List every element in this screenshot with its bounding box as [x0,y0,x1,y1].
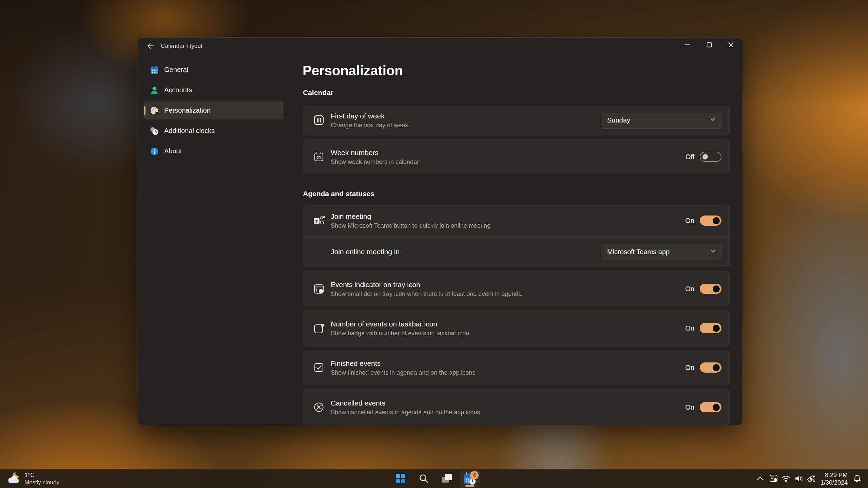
toggle-state-label: On [685,403,694,411]
calendar-app-badge: 4 [470,471,479,480]
setting-subtitle: Show small dot on tray icon when there i… [331,290,685,298]
window-title: Calendar Flyout [161,43,202,50]
setting-subtitle: Show cancelled events in agenda and on t… [331,409,685,416]
sidebar-item-about[interactable]: About [144,142,284,160]
chevron-up-icon [756,474,765,484]
dropdown-value: Microsoft Teams app [607,248,670,256]
calendar-app-button[interactable]: 4 [460,470,480,487]
chevron-down-icon [710,116,716,124]
task-view-button[interactable] [437,470,457,487]
sidebar-item-general[interactable]: General [144,61,284,79]
setting-title: Events indicator on tray icon [331,280,685,289]
teams-icon: T [312,214,325,227]
start-button[interactable] [391,470,410,487]
join-online-meeting-in-dropdown[interactable]: Microsoft Teams app [601,244,721,260]
cancelled-events-toggle[interactable] [700,402,721,412]
setting-title: Cancelled events [331,399,685,408]
moon-cloud-icon [6,471,21,487]
setting-subtitle: Show Microsoft Teams button to quickly j… [331,222,685,229]
sidebar-item-accounts[interactable]: Accounts [144,81,284,99]
setting-card-events-indicator: Events indicator on tray icon Show small… [303,271,730,306]
tray-chevron-button[interactable] [753,471,767,486]
volume-icon [794,474,804,484]
back-button[interactable] [144,40,157,52]
taskbar: 1°C Mostly cloudy 4 [0,469,868,488]
settings-page: Personalization Calendar First day of we… [303,38,730,425]
toggle-knob [713,364,720,371]
finished-events-toggle[interactable] [700,362,721,373]
clock-date: 1/30/2024 [821,479,848,486]
dropdown-value: Sunday [607,116,630,124]
sidebar-item-label: General [164,66,188,74]
notification-bell-icon [852,474,862,484]
selected-accent-bar [144,106,146,115]
search-icon [418,473,429,485]
notification-bell-button[interactable] [850,471,864,486]
sidebar-item-label: About [164,147,182,155]
back-arrow-icon [146,41,155,51]
section-label-agenda: Agenda and statuses [303,190,374,198]
settings-window: Calendar Flyout General Accounts [138,37,742,425]
tray-calendar-icon [769,473,779,485]
svg-text:21: 21 [316,155,321,160]
toggle-knob [713,404,720,411]
setting-card-first-day: First day of week Change the first day o… [303,105,730,135]
setting-title: Week numbers [331,148,686,157]
task-view-icon [441,473,453,485]
tray-network-volume-battery-button[interactable] [780,471,817,486]
week-numbers-toggle[interactable] [700,152,721,162]
clock-widget[interactable]: 8:29 PM 1/30/2024 [821,471,848,486]
weather-condition: Mostly cloudy [24,479,59,486]
week-numbers-icon: 21 [312,150,325,163]
finished-check-icon [312,361,325,374]
setting-subtitle: Show badge with number of events on task… [331,330,685,337]
person-icon [150,86,159,95]
search-button[interactable] [414,470,433,487]
sidebar: General Accounts Personalization Additio… [144,61,284,163]
setting-title: Join online meeting in [331,247,601,256]
toggle-knob [713,217,720,224]
setting-title: Number of events on taskbar icon [331,320,685,329]
taskbar-center: 4 [391,470,480,487]
setting-card-join-meeting: T Join meeting Show Microsoft Teams butt… [303,205,730,267]
toggle-state-label: On [685,324,694,332]
cancelled-x-icon [312,401,325,414]
toggle-state-label: On [685,285,694,293]
chevron-down-icon [710,248,716,256]
page-title: Personalization [303,63,403,78]
setting-card-cancelled-events: Cancelled events Show cancelled events i… [303,389,730,425]
sidebar-item-additional-clocks[interactable]: Additional clocks [144,122,284,140]
first-day-icon [312,114,325,127]
toggle-state-label: Off [686,153,694,161]
palette-icon [150,106,159,115]
setting-title: First day of week [331,112,601,120]
setting-subtitle: Change the first day of week [331,121,601,129]
setting-subtitle: Show week numbers in calendar [331,158,686,166]
setting-title: Join meeting [331,212,685,221]
wifi-icon [781,474,791,484]
tray-calendar-flyout-button[interactable] [767,471,780,486]
setting-title: Finished events [331,359,685,368]
tray-dot-icon [312,282,325,295]
number-of-events-toggle[interactable] [700,323,721,333]
weather-temperature: 1°C [24,472,59,479]
taskbar-badge-icon [312,322,325,335]
setting-card-number-of-events: Number of events on taskbar icon Show ba… [303,311,730,346]
weather-widget[interactable]: 1°C Mostly cloudy [3,471,62,487]
active-app-indicator [465,485,474,487]
clock-time: 8:29 PM [821,471,848,479]
system-tray: 8:29 PM 1/30/2024 [753,470,868,488]
toggle-knob [713,285,720,293]
card-divider [303,236,729,237]
first-day-dropdown[interactable]: Sunday [601,112,721,129]
sidebar-item-label: Personalization [164,107,211,114]
events-indicator-toggle[interactable] [700,284,721,294]
join-meeting-toggle[interactable] [700,215,721,226]
setting-card-finished-events: Finished events Show finished events in … [303,350,730,385]
sidebar-item-personalization[interactable]: Personalization [144,101,284,119]
toggle-state-label: On [685,217,694,225]
windows-logo-icon [395,473,406,485]
clocks-icon [150,126,159,136]
setting-subtitle: Show finished events in agenda and on th… [331,369,685,376]
setting-card-week-numbers: 21 Week numbers Show week numbers in cal… [303,139,730,174]
